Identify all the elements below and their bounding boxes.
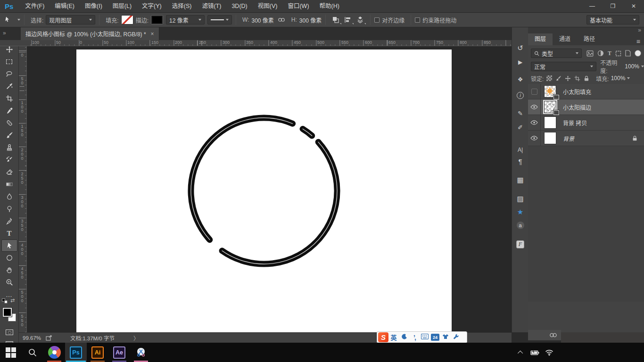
rectangular-marquee-tool[interactable]	[1, 56, 17, 68]
menu-3d[interactable]: 3D(D)	[226, 0, 252, 13]
swap-colors-button[interactable]: ⇄	[10, 297, 15, 304]
layer-thumbnail[interactable]	[544, 85, 557, 98]
info-panel-icon[interactable]: i	[512, 90, 528, 101]
filter-toggle[interactable]	[635, 50, 641, 57]
gradient-tool[interactable]	[1, 178, 17, 190]
libraries-panel-icon[interactable]: ▨	[512, 193, 528, 205]
blur-tool[interactable]	[1, 190, 17, 203]
layer-row-background-copy[interactable]: 背景 拷贝	[528, 115, 644, 131]
menu-layer[interactable]: 图层(L)	[107, 0, 137, 13]
visibility-toggle[interactable]	[528, 99, 541, 115]
eraser-tool[interactable]	[1, 166, 17, 178]
tab-paths[interactable]: 路径	[577, 33, 602, 45]
vertical-ruler[interactable]: 0 50 100 150 200 250 300 350 400 450 500…	[19, 46, 27, 332]
default-colors-button[interactable]	[2, 298, 8, 304]
layer-thumbnail[interactable]	[544, 132, 557, 145]
ime-skin-button[interactable]	[440, 334, 451, 341]
layer-row-sun-stroke[interactable]: 小太阳描边	[528, 99, 644, 115]
tab-channels[interactable]: 通道	[553, 33, 577, 45]
link-dimensions-icon[interactable]	[278, 16, 285, 23]
taskbar-browser-button[interactable]	[43, 343, 65, 362]
visibility-toggle[interactable]	[528, 84, 541, 99]
blend-mode-dropdown[interactable]: 正常	[531, 62, 596, 71]
tray-wifi-button[interactable]	[542, 343, 556, 362]
align-edges-checkbox[interactable]	[374, 17, 380, 23]
brush-settings-panel-icon[interactable]: ✐	[512, 122, 528, 133]
status-expand-icon[interactable]: 〉	[133, 334, 139, 342]
opacity-value[interactable]: 100%	[625, 63, 639, 70]
taskbar-aftereffects-button[interactable]: Ae	[108, 343, 130, 362]
opacity-caret-icon[interactable]	[641, 66, 644, 67]
pasteboard[interactable]	[27, 46, 512, 332]
ime-settings-button[interactable]	[451, 334, 461, 341]
link-layers-icon[interactable]	[549, 332, 557, 338]
minimize-button[interactable]: —	[582, 0, 603, 13]
menu-view[interactable]: 视图(V)	[253, 0, 283, 13]
menu-file[interactable]: 文件(F)	[20, 0, 50, 13]
brush-tool[interactable]	[1, 129, 17, 141]
select-mode-dropdown[interactable]: 现用图层	[46, 15, 95, 25]
filter-pixel-layers-icon[interactable]	[586, 50, 594, 57]
visibility-toggle[interactable]	[528, 115, 541, 131]
stock-panel-icon[interactable]: a	[512, 220, 528, 231]
ime-calendar-button[interactable]: 24	[430, 334, 440, 341]
ime-fullhalf-moon-icon[interactable]	[399, 334, 409, 341]
ime-language-toggle[interactable]: 英	[388, 333, 399, 342]
actions-panel-icon[interactable]: ▶	[512, 57, 528, 68]
tab-close-icon[interactable]: ×	[151, 31, 154, 37]
pen-tool[interactable]	[1, 215, 17, 227]
styles-panel-icon[interactable]: F	[512, 239, 528, 250]
paragraph-panel-icon[interactable]: ¶	[512, 156, 528, 167]
panel-menu-icon[interactable]: ≡	[636, 38, 640, 45]
taskbar-search-button[interactable]	[22, 343, 43, 362]
menu-filter[interactable]: 滤镜(T)	[197, 0, 226, 13]
share-icon[interactable]	[46, 335, 52, 341]
taskbar-illustrator-button[interactable]: Ai	[87, 343, 108, 362]
horizontal-ruler[interactable]: 100 50 0 50 100 150 200 250 300 350 400 …	[27, 40, 512, 46]
fill-caret-icon[interactable]	[627, 77, 630, 79]
sogou-logo-icon[interactable]: S	[378, 332, 388, 342]
path-alignment-button[interactable]	[342, 15, 354, 25]
pattern-panel-icon[interactable]: ▦	[512, 174, 528, 186]
tab-layers[interactable]: 图层	[528, 33, 553, 45]
clone-stamp-tool[interactable]	[1, 141, 17, 154]
layer-row-background[interactable]: 背景	[528, 131, 644, 146]
width-value[interactable]: 300 像素	[251, 16, 273, 24]
align-edges-option[interactable]: 对齐边缘	[374, 16, 407, 24]
menu-edit[interactable]: 编辑(E)	[50, 0, 80, 13]
menu-type[interactable]: 文字(Y)	[137, 0, 167, 13]
tray-battery-button[interactable]	[528, 343, 542, 362]
ime-keyboard-icon[interactable]	[420, 334, 430, 341]
crop-tool[interactable]	[1, 92, 17, 105]
height-value[interactable]: 300 像素	[299, 16, 322, 24]
quick-selection-tool[interactable]	[1, 80, 17, 92]
start-button[interactable]	[0, 343, 22, 362]
close-button[interactable]: ✕	[623, 0, 644, 13]
stroke-style-dropdown[interactable]	[207, 15, 232, 25]
lock-pixels-icon[interactable]	[555, 75, 561, 82]
layer-thumbnail[interactable]	[544, 116, 557, 129]
lock-position-icon[interactable]	[565, 75, 571, 82]
stroke-swatch[interactable]	[151, 15, 163, 25]
workspace-dropdown[interactable]: 基本功能	[586, 15, 639, 25]
menu-image[interactable]: 图像(I)	[80, 0, 107, 13]
tool-preset-caret-icon[interactable]	[17, 19, 20, 21]
history-panel-icon[interactable]: ↺	[512, 42, 528, 54]
lock-all-icon[interactable]	[584, 75, 589, 82]
menu-window[interactable]: 窗口(W)	[282, 0, 314, 13]
taskbar-photoshop-button[interactable]: Ps	[65, 343, 87, 362]
spot-healing-brush-tool[interactable]	[1, 117, 17, 129]
active-tool-icon[interactable]	[0, 16, 14, 24]
constrain-path-checkbox[interactable]	[415, 17, 420, 23]
foreground-color-swatch[interactable]	[3, 308, 12, 317]
favorites-panel-icon[interactable]: ★	[512, 206, 528, 218]
lasso-tool[interactable]	[1, 68, 17, 80]
zoom-tool[interactable]	[1, 276, 17, 288]
document-tab[interactable]: 描边风格小图标 @ 100% (小太阳描边, RGB/8) * ×	[21, 27, 159, 40]
layer-list-empty-area[interactable]	[528, 146, 644, 302]
ruler-origin-corner[interactable]	[0, 40, 27, 46]
filter-type-layers-icon[interactable]: T	[608, 50, 611, 57]
fill-value[interactable]: 100%	[611, 75, 626, 82]
type-tool[interactable]: T	[1, 227, 17, 239]
lock-transparency-icon[interactable]	[546, 75, 552, 81]
